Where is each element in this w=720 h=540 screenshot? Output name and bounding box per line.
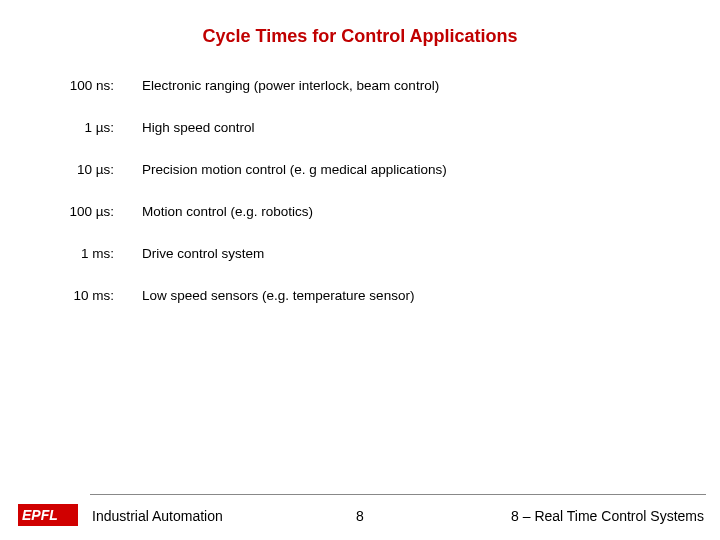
slide-title: Cycle Times for Control Applications: [0, 26, 720, 47]
cycle-time-desc: Motion control (e.g. robotics): [120, 204, 670, 219]
cycle-time-value: 100 µs:: [50, 204, 120, 219]
table-row: 100 ns: Electronic ranging (power interl…: [50, 78, 670, 93]
cycle-times-table: 100 ns: Electronic ranging (power interl…: [50, 78, 670, 330]
cycle-time-value: 1 ms:: [50, 246, 120, 261]
cycle-time-value: 1 µs:: [50, 120, 120, 135]
table-row: 10 ms: Low speed sensors (e.g. temperatu…: [50, 288, 670, 303]
cycle-time-desc: High speed control: [120, 120, 670, 135]
cycle-time-value: 10 µs:: [50, 162, 120, 177]
cycle-time-desc: Electronic ranging (power interlock, bea…: [120, 78, 670, 93]
table-row: 10 µs: Precision motion control (e. g me…: [50, 162, 670, 177]
cycle-time-value: 10 ms:: [50, 288, 120, 303]
cycle-time-desc: Low speed sensors (e.g. temperature sens…: [120, 288, 670, 303]
slide: Cycle Times for Control Applications 100…: [0, 0, 720, 540]
slide-footer: EPFL Industrial Automation 8 8 – Real Ti…: [0, 494, 720, 528]
cycle-time-value: 100 ns:: [50, 78, 120, 93]
cycle-time-desc: Drive control system: [120, 246, 670, 261]
table-row: 100 µs: Motion control (e.g. robotics): [50, 204, 670, 219]
cycle-time-desc: Precision motion control (e. g medical a…: [120, 162, 670, 177]
table-row: 1 ms: Drive control system: [50, 246, 670, 261]
footer-right-text: 8 – Real Time Control Systems: [511, 508, 704, 524]
table-row: 1 µs: High speed control: [50, 120, 670, 135]
footer-divider: [90, 494, 706, 495]
